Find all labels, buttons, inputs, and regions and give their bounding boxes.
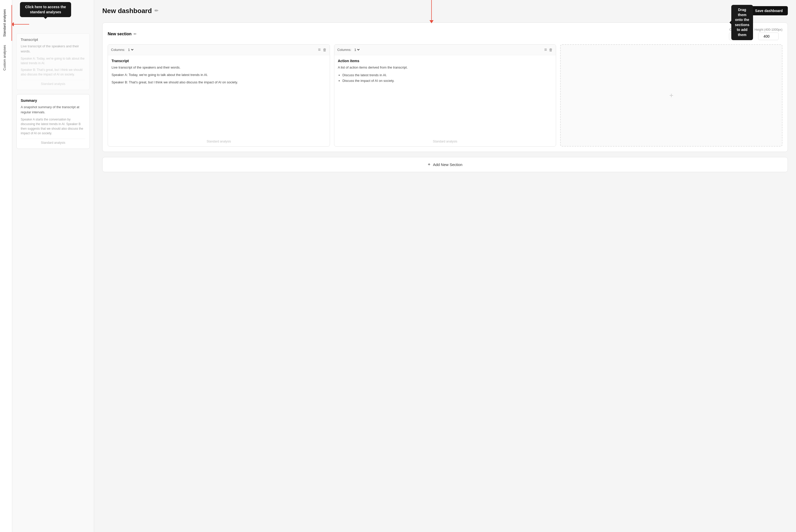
col2-columns-select[interactable]: 1234 (353, 48, 360, 52)
columns-grid: Columns: 1234 ≡ 🗑 Transcript Live transc… (108, 44, 782, 147)
col2-bullet-1: Discuss the latest trends in AI. (342, 72, 552, 78)
transcript-card[interactable]: Transcript Live transcript of the speake… (16, 33, 90, 90)
col1-title: Transcript (112, 59, 326, 63)
section-header: New section ✏ Columns (1-8) Height (400-… (108, 28, 782, 40)
height-label: Height (400-1000px) (755, 28, 782, 32)
section-container: Drag them onto the sections to add them … (102, 22, 788, 152)
add-section-plus-icon: + (428, 162, 431, 167)
col1-p2: Speaker B: That's great, but I think we … (112, 80, 326, 85)
col1-desc: Live transcript of the speakers and thei… (112, 65, 326, 70)
col1-hamburger-icon[interactable]: ≡ (318, 47, 321, 53)
col2-trash-icon[interactable]: 🗑 (549, 48, 553, 52)
summary-card[interactable]: Summary A snapshot summary of the transc… (16, 94, 90, 149)
col1-columns-select[interactable]: 1234 (127, 48, 134, 52)
section-title-group: New section ✏ (108, 32, 137, 36)
col1-footer: Standard analysis (108, 140, 330, 143)
transcript-card-desc: Live transcript of the speakers and thei… (21, 44, 86, 54)
dashboard-edit-icon[interactable]: ✏ (154, 8, 158, 14)
section-controls: Columns (1-8) Height (400-1000px) (729, 28, 782, 40)
summary-card-desc: A snapshot summary of the transcript at … (21, 104, 86, 115)
add-section-label: Add New Section (433, 163, 462, 167)
col1-trash-icon[interactable]: 🗑 (323, 48, 327, 52)
columns-label: Columns (1-8) (729, 28, 749, 32)
empty-column-plus-icon: + (669, 91, 673, 99)
sidebar-tab-standard[interactable]: Standard analyses (0, 5, 12, 41)
col1-icons: ≡ 🗑 (318, 47, 327, 53)
main-header: New dashboard ✏ Save dashboard (102, 6, 788, 15)
sidebar-tab-custom[interactable]: Custom analyses (0, 41, 12, 75)
col1-columns-label: Columns: 1234 (111, 48, 134, 52)
columns-control: Columns (1-8) (729, 28, 750, 40)
section-edit-icon[interactable]: ✏ (134, 32, 137, 36)
main-content: New dashboard ✏ Save dashboard Drag them… (94, 0, 796, 532)
dashboard-title: New dashboard (102, 7, 152, 15)
add-new-section-button[interactable]: + Add New Section (102, 157, 788, 172)
transcript-card-preview2: Speaker B: That's great, but I think we … (21, 68, 86, 77)
col2-bullet-2: Discuss the impact of AI on society. (342, 78, 552, 84)
sidebar: Standard analyses Custom analyses (0, 0, 12, 532)
col2-bullets: Discuss the latest trends in AI. Discuss… (338, 72, 552, 84)
col2-columns-label: Columns: 1234 (337, 48, 361, 52)
transcript-card-title: Transcript (21, 38, 86, 42)
col2-hamburger-icon[interactable]: ≡ (544, 47, 547, 53)
col2-icons: ≡ 🗑 (544, 47, 553, 53)
height-input[interactable] (758, 33, 779, 40)
column-card-3-empty[interactable]: + (560, 44, 782, 147)
col2-desc: A list of action items derived from the … (338, 65, 552, 70)
save-dashboard-button[interactable]: Save dashboard (750, 6, 788, 15)
columns-input[interactable] (729, 33, 750, 40)
summary-card-preview: Speaker A starts the conversation by dis… (21, 117, 86, 136)
transcript-card-footer: Standard analysis (21, 80, 86, 86)
col2-footer: Standard analysis (334, 140, 556, 143)
summary-card-title: Summary (21, 98, 86, 102)
left-panel: Click here to access the standard analys… (12, 0, 94, 532)
column-card-1: Columns: 1234 ≡ 🗑 Transcript Live transc… (108, 44, 330, 147)
summary-card-footer: Standard analysis (21, 139, 86, 145)
height-control: Height (400-1000px) (755, 28, 782, 40)
standard-analyses-tooltip: Click here to access the standard analys… (20, 2, 71, 17)
col1-p1: Speaker A: Today, we're going to talk ab… (112, 72, 326, 78)
dashboard-title-group: New dashboard ✏ (102, 7, 158, 15)
col2-header: Columns: 1234 ≡ 🗑 (334, 44, 556, 55)
col1-header: Columns: 1234 ≡ 🗑 (108, 44, 330, 55)
col2-title: Action items (338, 59, 552, 63)
section-title-text: New section (108, 32, 131, 36)
transcript-card-preview: Speaker A: Today, we're going to talk ab… (21, 56, 86, 65)
column-card-2: Columns: 1234 ≡ 🗑 Action items A list of… (334, 44, 556, 147)
col1-body: Transcript Live transcript of the speake… (108, 55, 330, 91)
col2-body: Action items A list of action items deri… (334, 55, 556, 87)
